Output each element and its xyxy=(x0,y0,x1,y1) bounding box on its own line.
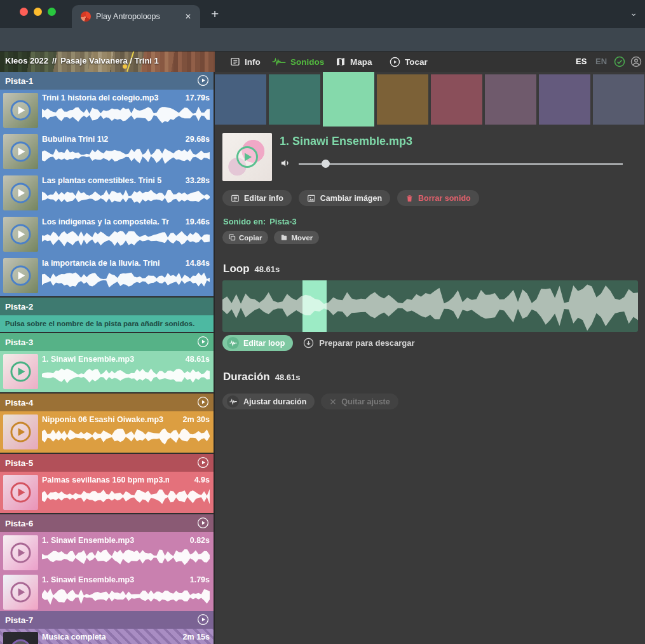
clip-duration: 17.79s xyxy=(186,93,210,102)
track-name: Pista-2 xyxy=(0,302,33,312)
macos-minimize-button[interactable] xyxy=(34,8,42,16)
tab-info[interactable]: Info xyxy=(230,51,261,72)
track-color-swatch-8[interactable] xyxy=(593,74,644,125)
sound-in-track-link[interactable]: Pista-3 xyxy=(269,217,297,226)
sound-detail-panel: 1. Sinawi Ensemble.mp3 Editar info Cambi… xyxy=(215,72,645,644)
track-color-swatch-6[interactable] xyxy=(485,74,536,125)
clip-thumbnail[interactable] xyxy=(3,632,38,644)
clip-pista-7-1[interactable]: Musica completa2m 15s xyxy=(0,629,214,644)
adjust-duration-button[interactable]: Ajustar duración xyxy=(222,394,315,409)
clip-play-icon[interactable] xyxy=(10,481,32,504)
change-image-button[interactable]: Cambiar imágen xyxy=(299,190,390,206)
language-es-button[interactable]: ES xyxy=(576,57,587,66)
track-color-swatch-5[interactable] xyxy=(431,74,482,125)
clip-thumbnail[interactable] xyxy=(3,354,38,389)
sync-status-check-icon xyxy=(614,56,625,70)
clip-thumbnail[interactable] xyxy=(3,93,38,128)
browser-tab[interactable]: Play Antropoloops ✕ xyxy=(72,5,200,28)
track-color-swatch-1[interactable] xyxy=(215,74,266,125)
tab-close-icon[interactable]: ✕ xyxy=(182,11,194,22)
clip-waveform xyxy=(42,366,210,385)
tab-search-chevron-icon[interactable]: ⌄ xyxy=(630,8,637,18)
track-header-pista-7[interactable]: Pista-7 xyxy=(0,611,214,629)
clip-thumbnail[interactable] xyxy=(3,414,38,449)
clip-title: Bubulina Trini 1\2 xyxy=(42,135,169,144)
thumbnail-play-icon[interactable] xyxy=(236,146,259,168)
volume-slider-track[interactable] xyxy=(299,163,623,165)
track-header-pista-3[interactable]: Pista-3 xyxy=(0,333,214,351)
track-name: Pista-6 xyxy=(0,519,33,528)
clip-play-icon[interactable] xyxy=(10,99,32,121)
clip-pista-1-3[interactable]: Las plantas comestibles. Trini 533.28s xyxy=(0,172,214,214)
clip-play-icon[interactable] xyxy=(10,360,32,383)
clip-thumbnail[interactable] xyxy=(3,258,38,293)
track-header-pista-5[interactable]: Pista-5 xyxy=(0,454,214,472)
track-play-icon[interactable] xyxy=(197,336,209,350)
macos-zoom-button[interactable] xyxy=(48,8,56,16)
track-play-icon[interactable] xyxy=(197,456,209,471)
macos-close-button[interactable] xyxy=(20,8,28,16)
clip-play-icon[interactable] xyxy=(10,264,32,287)
breadcrumb[interactable]: Kleos 2022//Pasaje Valvanera / Trini 1 xyxy=(0,51,215,72)
clip-thumbnail[interactable] xyxy=(3,475,38,510)
track-header-pista-2[interactable]: Pista-2 xyxy=(0,298,214,315)
clip-duration: 14.84s xyxy=(186,259,210,268)
clip-pista-5-1[interactable]: Palmas sevillanas 160 bpm mp3.mp34.9s xyxy=(0,472,214,513)
clip-play-icon[interactable] xyxy=(10,542,32,564)
move-button[interactable]: Mover xyxy=(274,231,319,244)
volume-slider-knob[interactable] xyxy=(322,160,330,168)
clip-pista-4-1[interactable]: Nipponia 06 Esashi Oiwake.mp32m 30s xyxy=(0,411,214,453)
track-color-swatch-4[interactable] xyxy=(377,74,428,125)
delete-sound-button[interactable]: Borrar sonido xyxy=(397,190,479,206)
clip-play-icon[interactable] xyxy=(10,182,32,204)
clip-pista-3-1[interactable]: 1. Sinawi Ensemble.mp348.61s xyxy=(0,351,214,392)
prepare-download-button[interactable]: Preparar para descargar xyxy=(303,338,414,348)
clip-pista-1-5[interactable]: la importancia de la lluvia. Trini14.84s xyxy=(0,255,214,296)
tab-sonidos[interactable]: Sonidos xyxy=(272,51,324,72)
site-favicon xyxy=(81,11,91,22)
clip-thumbnail[interactable] xyxy=(3,217,38,252)
clip-pista-1-1[interactable]: Trini 1 historia del colegio.mp317.79s xyxy=(0,90,214,131)
track-header-pista-6[interactable]: Pista-6 xyxy=(0,514,214,532)
clip-waveform xyxy=(42,270,210,289)
edit-loop-wave-icon xyxy=(227,337,239,349)
track-color-swatch-2[interactable] xyxy=(269,74,320,125)
account-icon[interactable] xyxy=(630,56,642,70)
tab-mapa[interactable]: Mapa xyxy=(336,51,372,72)
loop-actions-row: Editar loop Preparar para descargar xyxy=(222,335,415,351)
sound-thumbnail[interactable] xyxy=(222,133,272,181)
track-color-swatch-7[interactable] xyxy=(539,74,590,125)
track-header-pista-4[interactable]: Pista-4 xyxy=(0,394,214,411)
clip-play-icon[interactable] xyxy=(10,421,32,443)
clip-pista-6-1[interactable]: 1. Sinawi Ensemble.mp30.82s xyxy=(0,532,214,572)
clip-thumbnail[interactable] xyxy=(3,134,38,169)
clip-play-icon[interactable] xyxy=(10,140,32,163)
language-en-button[interactable]: EN xyxy=(595,57,607,66)
clip-pista-1-2[interactable]: Bubulina Trini 1\229.68s xyxy=(0,131,214,172)
loop-waveform[interactable] xyxy=(222,280,638,332)
edit-info-button[interactable]: Editar info xyxy=(222,190,292,206)
clip-duration: 2m 30s xyxy=(183,415,210,424)
track-play-icon[interactable] xyxy=(197,613,209,628)
copy-button[interactable]: Copiar xyxy=(222,231,268,244)
edit-loop-button[interactable]: Editar loop xyxy=(222,335,293,351)
track-color-swatch-3[interactable] xyxy=(323,72,374,127)
track-header-pista-1[interactable]: Pista-1 xyxy=(0,72,214,90)
edit-info-list-icon xyxy=(231,194,240,203)
clip-pista-6-2[interactable]: 1. Sinawi Ensemble.mp31.79s xyxy=(0,572,214,611)
clip-thumbnail[interactable] xyxy=(3,575,38,610)
track-play-icon[interactable] xyxy=(197,396,209,411)
clip-play-icon[interactable] xyxy=(10,581,32,603)
clip-thumbnail[interactable] xyxy=(3,535,38,570)
clip-play-icon[interactable] xyxy=(10,638,32,644)
track-play-icon[interactable] xyxy=(197,74,209,89)
clip-pista-1-4[interactable]: Los indigenas y la compostela. Trini19.4… xyxy=(0,214,214,255)
track-play-icon[interactable] xyxy=(197,517,209,531)
clip-play-icon[interactable] xyxy=(10,223,32,245)
loop-selection-band[interactable] xyxy=(302,280,327,332)
clip-duration: 1.79s xyxy=(190,575,210,584)
clip-thumbnail[interactable] xyxy=(3,175,38,210)
new-tab-button[interactable]: + xyxy=(211,6,219,22)
tab-tocar[interactable]: Tocar xyxy=(390,51,428,72)
remove-adjust-button[interactable]: Quitar ajuste xyxy=(321,394,398,409)
